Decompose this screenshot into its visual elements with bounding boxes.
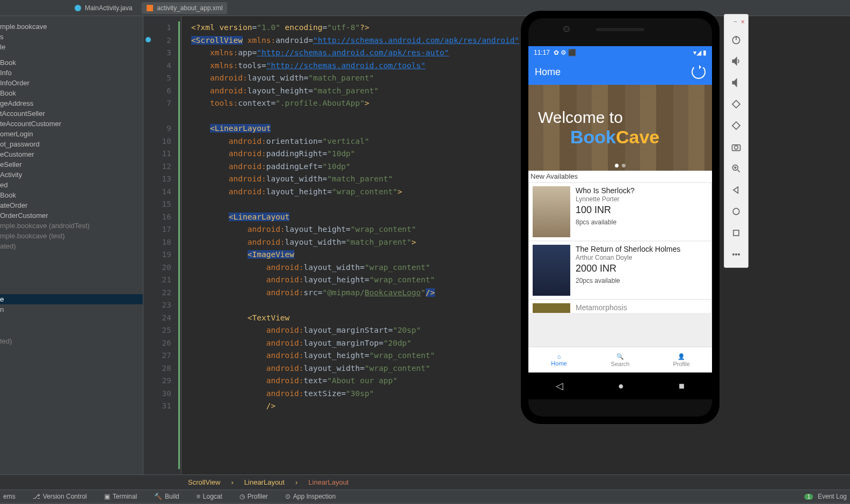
svg-point-9 xyxy=(735,146,738,150)
project-tree[interactable]: mple.bookcave s le Book Info InfoOrder B… xyxy=(0,16,143,474)
tree-item[interactable]: ateOrder xyxy=(0,200,143,210)
tab-about-app[interactable]: activity_about_app.xml xyxy=(142,2,227,14)
tree-item[interactable]: e xyxy=(0,294,143,304)
list-item[interactable]: The Return of Sherlock Holmes Arthur Con… xyxy=(529,242,711,299)
tree-item[interactable]: Book xyxy=(0,57,143,68)
carousel-indicator[interactable] xyxy=(615,164,626,167)
android-nav-bar: ◁ ● ■ xyxy=(528,372,712,399)
vcs-icon: ⎇ xyxy=(33,493,40,500)
book-title: Who Is Sherlock? xyxy=(576,186,635,195)
tree-item[interactable]: InfoOrder xyxy=(0,78,143,88)
line-gutter: 1 2 3 4 5 6 7 9 10 11 12 13 14 15 16 17 … xyxy=(143,16,181,474)
camera-icon[interactable] xyxy=(724,136,748,158)
tool-profiler[interactable]: ◷Profiler xyxy=(236,493,271,500)
chevron-right-icon: › xyxy=(295,478,297,486)
tree-item[interactable]: ated) xyxy=(0,241,143,251)
tree-item[interactable]: Activity xyxy=(0,170,143,180)
tool-logcat[interactable]: ≡Logcat xyxy=(193,493,226,500)
tool-terminal[interactable]: ▣Terminal xyxy=(101,493,140,500)
book-author: Lynnette Porter xyxy=(576,195,635,203)
section-title: New Availables xyxy=(528,171,712,182)
nav-home[interactable]: ⌂ Home xyxy=(528,347,590,372)
rotate-right-icon[interactable] xyxy=(724,115,748,136)
tree-item[interactable]: n xyxy=(0,304,143,315)
device-screen[interactable]: 11:17 ✿ ⚙ ⬛ ▾◢ ▮ Home Welcome to BookCav… xyxy=(528,46,712,372)
minimize-button[interactable]: − xyxy=(733,18,738,26)
list-item[interactable]: Metamorphosis xyxy=(529,300,711,313)
hammer-icon: 🔨 xyxy=(154,493,162,500)
refresh-icon[interactable] xyxy=(692,65,706,79)
bottom-navigation: ⌂ Home 🔍 Search 👤 Profile xyxy=(528,347,712,372)
nav-search[interactable]: 🔍 Search xyxy=(590,347,651,372)
speaker-icon xyxy=(596,28,644,31)
close-button[interactable]: × xyxy=(740,18,745,26)
tree-item[interactable]: ot_password xyxy=(0,139,143,149)
java-file-icon xyxy=(74,4,82,12)
tree-item[interactable]: eCustomer xyxy=(0,149,143,159)
xml-file-icon xyxy=(146,4,154,12)
tree-item[interactable]: Info xyxy=(0,68,143,78)
overview-icon[interactable] xyxy=(724,222,748,244)
tab-label: activity_about_app.xml xyxy=(157,4,222,12)
signal-icon: ▾◢ ▮ xyxy=(693,49,707,56)
back-icon[interactable]: ◁ xyxy=(556,380,563,392)
tool-version-control[interactable]: ⎇Version Control xyxy=(30,493,90,500)
breadcrumb-item[interactable]: LinearLayout xyxy=(308,478,348,486)
list-item[interactable]: Who Is Sherlock? Lynnette Porter 100 INR… xyxy=(529,183,711,240)
power-icon[interactable] xyxy=(724,29,748,50)
welcome-banner[interactable]: Welcome to BookCave xyxy=(528,85,712,171)
tree-item[interactable]: ted) xyxy=(0,336,143,346)
svg-rect-16 xyxy=(733,230,739,236)
tool-app-inspection[interactable]: ⊙App Inspection xyxy=(282,493,339,500)
tree-item[interactable]: mple.bookcave xyxy=(0,21,143,32)
tree-item[interactable]: s xyxy=(0,32,143,42)
editor-tabs: MainActivity.java activity_about_app.xml xyxy=(0,0,850,16)
tree-item[interactable]: ed xyxy=(0,180,143,190)
tab-mainactivity[interactable]: MainActivity.java xyxy=(70,2,136,14)
book-cover-image xyxy=(533,303,570,313)
nav-profile[interactable]: 👤 Profile xyxy=(651,347,712,372)
book-list[interactable]: Who Is Sherlock? Lynnette Porter 100 INR… xyxy=(528,182,712,347)
zoom-icon[interactable] xyxy=(724,158,748,179)
book-stock: 8pcs available xyxy=(576,218,635,226)
book-cover-image xyxy=(533,245,570,296)
home-circle-icon[interactable]: ● xyxy=(618,381,624,392)
back-icon[interactable] xyxy=(724,179,748,201)
more-icon[interactable] xyxy=(724,244,748,265)
book-author: Arthur Conan Doyle xyxy=(576,254,680,261)
tree-item[interactable]: geAddress xyxy=(0,98,143,108)
book-cover-image xyxy=(533,186,570,237)
volume-up-icon[interactable] xyxy=(724,50,748,72)
tool-problems[interactable]: ems xyxy=(0,493,19,500)
tree-item[interactable]: teAccountCustomer xyxy=(0,119,143,129)
book-price: 2000 INR xyxy=(576,263,680,274)
code-body[interactable]: <?xml version="1.0" encoding="utf-8"?><S… xyxy=(181,16,850,474)
svg-point-19 xyxy=(738,254,740,255)
book-stock: 20pcs available xyxy=(576,277,680,284)
gutter-marker-icon[interactable] xyxy=(146,37,151,42)
tree-item[interactable]: tAccountSeller xyxy=(0,108,143,119)
tree-item[interactable]: OrderCustomer xyxy=(0,210,143,221)
tree-item[interactable]: Book xyxy=(0,88,143,98)
user-icon: 👤 xyxy=(678,353,685,360)
recents-icon[interactable]: ■ xyxy=(679,381,685,392)
tree-item[interactable]: le xyxy=(0,42,143,52)
breadcrumb-item[interactable]: LinearLayout xyxy=(244,478,285,486)
home-icon[interactable] xyxy=(724,201,748,222)
volume-down-icon[interactable] xyxy=(724,72,748,93)
tree-item[interactable]: mple.bookcave (androidTest) xyxy=(0,221,143,231)
emulator-device-frame: 11:17 ✿ ⚙ ⬛ ▾◢ ▮ Home Welcome to BookCav… xyxy=(521,11,720,424)
tree-item[interactable]: mple.bookcave (test) xyxy=(0,231,143,241)
tab-label: MainActivity.java xyxy=(85,4,132,12)
book-price: 100 INR xyxy=(576,204,635,216)
tree-item[interactable]: omerLogin xyxy=(0,129,143,139)
tree-item[interactable]: eSeller xyxy=(0,159,143,170)
tool-build[interactable]: 🔨Build xyxy=(151,493,183,500)
breadcrumb-item[interactable]: ScrollView xyxy=(188,478,220,486)
event-log[interactable]: 1Event Log xyxy=(801,493,850,500)
tree-item[interactable]: Book xyxy=(0,190,143,200)
svg-rect-7 xyxy=(732,122,740,129)
rotate-left-icon[interactable] xyxy=(724,93,748,115)
svg-marker-4 xyxy=(732,57,737,64)
svg-point-15 xyxy=(733,208,739,215)
